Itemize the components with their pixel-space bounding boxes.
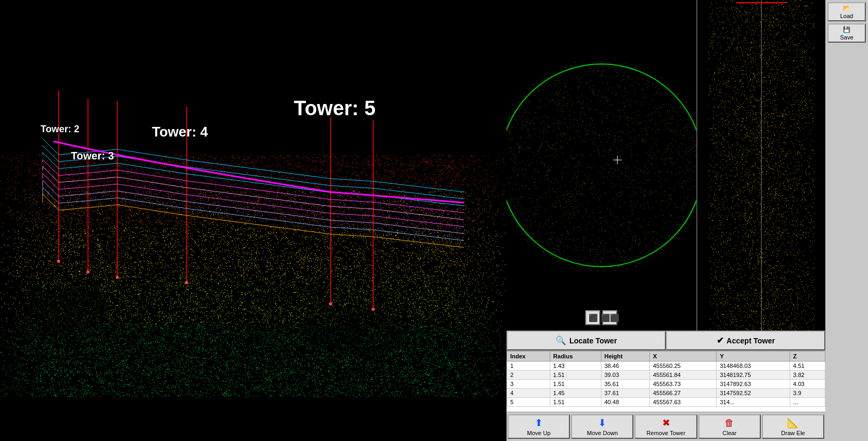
cell-radius: 1.51: [550, 380, 601, 389]
tower-icons-row: ⬛ ⬛⬛: [585, 310, 617, 325]
cell-y: 3147892.63: [717, 380, 790, 389]
bottom-buttons-row: ⬆ Move Up ⬇ Move Down ✖ Remove Tower 🗑 C…: [507, 412, 825, 441]
remove-tower-icon: ✖: [662, 417, 670, 429]
cell-height: 39.03: [601, 371, 649, 380]
cell-radius: 1.51: [550, 371, 601, 380]
load-icon: 📂: [843, 5, 850, 12]
cell-index: 5: [507, 398, 550, 407]
table-header-row: Index Radius Height X Y Z: [507, 351, 825, 362]
tower-icon-double[interactable]: ⬛⬛: [602, 310, 617, 325]
cell-height: 38.46: [601, 362, 649, 371]
draw-ele-icon: 📐: [787, 417, 799, 429]
table-row[interactable]: 51.5140.48455567.63314......: [507, 398, 825, 407]
cell-x: 455561.84: [649, 371, 717, 380]
table-row[interactable]: 11.4338.46455560.253148468.034.51: [507, 362, 825, 371]
top-views-area: ⬛ ⬛⬛: [507, 0, 825, 331]
cell-z: 4.03: [790, 380, 825, 389]
cell-height: 35.61: [601, 380, 649, 389]
clear-towers-icon: 🗑: [725, 418, 734, 429]
cell-x: 455560.25: [649, 362, 717, 371]
cell-x: 455567.63: [649, 398, 717, 407]
accept-icon: ✔: [717, 335, 724, 346]
table-row[interactable]: 31.5135.61455563.733147892.634.03: [507, 380, 825, 389]
locate-tower-label: Locate Tower: [569, 336, 617, 345]
tower-data-table: Index Radius Height X Y Z 11.4338.464555…: [507, 351, 825, 407]
cell-z: ...: [790, 398, 825, 407]
move-down-button[interactable]: ⬇ Move Down: [571, 414, 633, 439]
cell-x: 455563.73: [649, 380, 717, 389]
point-cloud-canvas: [0, 0, 507, 441]
right-sidebar: 📂 Load 💾 Save: [825, 0, 868, 441]
accept-tower-button[interactable]: ✔ Accept Tower: [666, 331, 825, 350]
cell-index: 3: [507, 380, 550, 389]
tower-icon-single[interactable]: ⬛: [585, 310, 600, 325]
cell-index: 2: [507, 371, 550, 380]
tower-label-3: Tower: 3: [71, 150, 114, 162]
cell-z: 3.82: [790, 371, 825, 380]
action-buttons-row: 🔍 Locate Tower ✔ Accept Tower: [507, 331, 825, 351]
draw-ele-button[interactable]: 📐 Draw Ele: [762, 414, 824, 439]
save-icon: 💾: [843, 26, 850, 33]
col-height: Height: [601, 351, 649, 362]
clear-towers-label: Clear: [722, 430, 736, 436]
save-label: Save: [840, 34, 853, 41]
move-up-label: Move Up: [527, 430, 551, 436]
load-button[interactable]: 📂 Load: [827, 2, 866, 21]
accept-tower-label: Accept Tower: [727, 336, 775, 345]
data-table-area: Index Radius Height X Y Z 11.4338.464555…: [507, 351, 825, 412]
tower-label-4: Tower: 4: [152, 124, 208, 140]
right-container: ⬛ ⬛⬛ 🔍 Locate Tower ✔ Accept Tower: [507, 0, 868, 441]
cell-index: 1: [507, 362, 550, 371]
cell-y: 3147592.52: [717, 389, 790, 398]
cell-height: 40.48: [601, 398, 649, 407]
cell-radius: 1.45: [550, 389, 601, 398]
tower-label-5: Tower: 5: [294, 97, 375, 120]
move-down-icon: ⬇: [598, 417, 606, 429]
clear-towers-button[interactable]: 🗑 Clear: [698, 414, 761, 439]
remove-tower-label: Remove Tower: [646, 430, 685, 436]
locate-icon: 🔍: [556, 335, 566, 346]
move-down-label: Move Down: [587, 430, 618, 436]
tower-label-2: Tower: 2: [41, 124, 79, 135]
main-right: ⬛ ⬛⬛ 🔍 Locate Tower ✔ Accept Tower: [507, 0, 825, 441]
locate-tower-button[interactable]: 🔍 Locate Tower: [507, 331, 666, 350]
cell-radius: 1.51: [550, 398, 601, 407]
table-body: 11.4338.46455560.253148468.034.5121.5139…: [507, 362, 825, 407]
draw-ele-label: Draw Ele: [781, 430, 805, 436]
cell-z: 3.9: [790, 389, 825, 398]
table-row[interactable]: 41.4537.61455566.273147592.523.9: [507, 389, 825, 398]
col-index: Index: [507, 351, 550, 362]
left-3d-view: Tower: 2 Tower: 3 Tower: 4 Tower: 5: [0, 0, 507, 441]
cell-y: 3148468.03: [717, 362, 790, 371]
cell-z: 4.51: [790, 362, 825, 371]
load-label: Load: [840, 13, 853, 19]
remove-tower-button[interactable]: ✖ Remove Tower: [634, 414, 697, 439]
col-x: X: [649, 351, 717, 362]
cell-height: 37.61: [601, 389, 649, 398]
cell-x: 455566.27: [649, 389, 717, 398]
table-row[interactable]: 21.5139.03455561.843148192.753.82: [507, 371, 825, 380]
top-view-canvas: [507, 0, 696, 331]
col-radius: Radius: [550, 351, 601, 362]
cell-radius: 1.43: [550, 362, 601, 371]
side-view-canvas: [697, 0, 825, 331]
cell-index: 4: [507, 389, 550, 398]
side-elevation-view: [697, 0, 825, 331]
move-up-button[interactable]: ⬆ Move Up: [508, 414, 570, 439]
move-up-icon: ⬆: [535, 417, 543, 429]
col-z: Z: [790, 351, 825, 362]
cell-y: 3148192.75: [717, 371, 790, 380]
top-down-view: ⬛ ⬛⬛: [507, 0, 697, 331]
cell-y: 314...: [717, 398, 790, 407]
save-button[interactable]: 💾 Save: [827, 23, 866, 43]
col-y: Y: [717, 351, 790, 362]
